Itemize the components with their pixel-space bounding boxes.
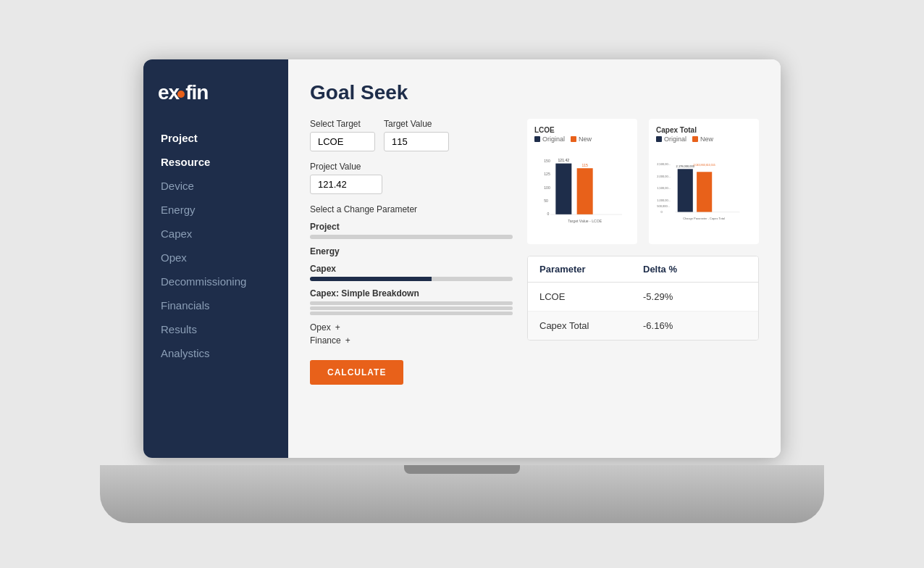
svg-text:0: 0 [547, 212, 550, 216]
select-target-group: Select Target [310, 119, 375, 151]
table-cell-capex-delta: -6.16% [643, 320, 747, 331]
calculate-button[interactable]: CALCULATE [310, 360, 403, 385]
svg-text:Target Value - LCOE: Target Value - LCOE [568, 219, 602, 223]
svg-text:Change Parameter - Capex Total: Change Parameter - Capex Total [683, 217, 725, 220]
opex-expandable[interactable]: Opex + [310, 322, 513, 333]
logo-ex: ex [158, 81, 179, 104]
capex-section-title: Capex [310, 264, 513, 274]
capex-legend-new-label: New [700, 135, 713, 143]
svg-text:50: 50 [544, 199, 548, 203]
lcoe-chart-svg: 150 125 100 50 0 121.42 115 [534, 147, 630, 234]
finance-expandable[interactable]: Finance + [310, 335, 513, 346]
capex-param-section: Capex [310, 264, 513, 281]
table-cell-lcoe-param: LCOE [539, 291, 643, 302]
sidebar-item-energy[interactable]: Energy [158, 198, 274, 222]
breakdown-slider-1[interactable] [310, 301, 513, 305]
table-cell-capex-param: Capex Total [539, 320, 643, 331]
svg-text:115: 115 [581, 163, 588, 167]
lcoe-chart-legend: Original New [534, 135, 630, 143]
sidebar-item-financials[interactable]: Financials [158, 293, 274, 317]
svg-text:125: 125 [544, 172, 550, 176]
capex-chart-title: Capex Total [656, 126, 752, 134]
project-value-group: Project Value [310, 162, 513, 194]
capex-breakdown-title: Capex: Simple Breakdown [310, 288, 513, 298]
laptop-wrapper: exfin Project Resource Device Energy Cap… [100, 45, 824, 523]
svg-text:150: 150 [544, 159, 550, 163]
select-target-input[interactable] [310, 132, 375, 151]
opex-label: Opex [310, 322, 331, 333]
breakdown-slider-2[interactable] [310, 306, 513, 310]
table-header-delta: Delta % [643, 264, 747, 275]
svg-text:2,500,00...: 2,500,00... [657, 162, 671, 166]
lcoe-legend-original-dot [534, 136, 540, 142]
lcoe-chart-title: LCOE [534, 126, 630, 134]
select-target-label: Select Target [310, 119, 375, 129]
capex-breakdown-section: Capex: Simple Breakdown [310, 288, 513, 315]
lcoe-legend-new-label: New [579, 135, 592, 143]
right-panel: LCOE Original New [527, 119, 759, 385]
laptop-body [100, 465, 824, 523]
logo: exfin [158, 81, 274, 104]
lcoe-legend-new-dot [571, 136, 576, 142]
logo-fin: fin [185, 81, 208, 104]
finance-label: Finance [310, 335, 341, 346]
project-param-section: Project [310, 222, 513, 239]
table-header: Parameter Delta % [528, 256, 758, 283]
project-slider[interactable] [310, 235, 513, 239]
target-value-group: Target Value [384, 119, 449, 151]
capex-chart-legend: Original New [656, 135, 752, 143]
capex-legend-new: New [692, 135, 713, 143]
svg-text:1,500,00...: 1,500,00... [657, 186, 671, 190]
target-row: Select Target Target Value [310, 119, 513, 151]
capex-legend-original: Original [656, 135, 686, 143]
sidebar: exfin Project Resource Device Energy Cap… [143, 59, 288, 458]
laptop-screen: exfin Project Resource Device Energy Cap… [143, 59, 781, 458]
capex-legend-original-label: Original [664, 135, 686, 143]
energy-param-section: Energy [310, 246, 513, 256]
capex-chart-container: Capex Total Original New [649, 119, 759, 244]
lcoe-legend-original: Original [534, 135, 565, 143]
lcoe-legend-original-label: Original [542, 135, 565, 143]
logo-area: exfin [158, 81, 274, 104]
lcoe-chart-container: LCOE Original New [527, 119, 637, 244]
svg-text:2,178,000,000: 2,178,000,000 [676, 164, 695, 168]
lcoe-bar-original [555, 164, 571, 214]
charts-row: LCOE Original New [527, 119, 759, 244]
capex-legend-new-dot [692, 136, 698, 142]
capex-slider[interactable] [310, 277, 513, 281]
capex-breakdown-sliders [310, 301, 513, 315]
page-title: Goal Seek [310, 81, 759, 104]
sidebar-item-device[interactable]: Device [158, 174, 274, 198]
sidebar-item-project[interactable]: Project [158, 126, 274, 150]
breakdown-slider-3[interactable] [310, 312, 513, 315]
form-panel: Select Target Target Value Project Value… [310, 119, 513, 385]
project-value-input[interactable] [310, 175, 382, 194]
sidebar-item-opex[interactable]: Opex [158, 246, 274, 270]
capex-legend-original-dot [656, 136, 662, 142]
results-table: Parameter Delta % LCOE -5.29% Capex Tota… [527, 256, 759, 341]
svg-text:1,000,00...: 1,000,00... [657, 199, 671, 202]
project-section-title: Project [310, 222, 513, 232]
svg-text:100: 100 [544, 185, 550, 190]
lcoe-legend-new: New [571, 135, 592, 143]
finance-expand-icon[interactable]: + [345, 335, 350, 346]
table-row-capex: Capex Total -6.16% [528, 312, 758, 340]
table-header-parameter: Parameter [539, 264, 643, 275]
sidebar-item-capex[interactable]: Capex [158, 222, 274, 246]
opex-expand-icon[interactable]: + [335, 322, 340, 333]
svg-text:0: 0 [661, 210, 663, 214]
sidebar-item-resource[interactable]: Resource [158, 150, 274, 174]
sidebar-item-decommissioning[interactable]: Decommissioning [158, 270, 274, 293]
capex-bar-original [678, 169, 693, 212]
content-area: Select Target Target Value Project Value… [310, 119, 759, 385]
sidebar-item-results[interactable]: Results [158, 317, 274, 341]
sidebar-item-analystics[interactable]: Analystics [158, 341, 274, 365]
lcoe-bar-new [577, 168, 593, 214]
target-value-input[interactable] [384, 132, 449, 151]
table-row-lcoe: LCOE -5.29% [528, 283, 758, 312]
main-content: Goal Seek Select Target Target Value [288, 59, 781, 458]
project-value-label: Project Value [310, 162, 513, 172]
target-value-label: Target Value [384, 119, 449, 129]
capex-chart-svg: 2,500,00... 2,000,00... 1,500,00... 1,00… [656, 147, 752, 234]
svg-text:2,043,860,610,555: 2,043,860,610,555 [694, 164, 715, 167]
